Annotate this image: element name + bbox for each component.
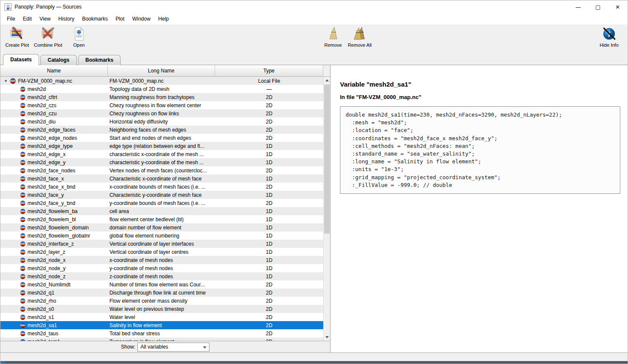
variable-sphere-icon	[20, 135, 25, 141]
variable-sphere-icon	[20, 266, 25, 271]
table-row[interactable]: mesh2d_edge_faces Neighboring faces of m…	[0, 126, 323, 134]
variable-long-name: Manning roughness from trachytopes	[108, 94, 215, 100]
close-button[interactable]: ✕	[608, 0, 628, 13]
minimize-button[interactable]: —	[568, 0, 588, 13]
column-header-long-name[interactable]: Long Name	[108, 65, 215, 76]
variable-name-label: mesh2d_czs	[27, 102, 56, 108]
menu-view[interactable]: View	[36, 14, 55, 24]
table-row[interactable]: mesh2d_taus Total bed shear stress 2D	[0, 329, 323, 337]
table-row[interactable]: mesh2d_node_x x-coordinate of mesh nodes…	[0, 256, 323, 264]
remove-all-label: Remove All	[348, 42, 372, 48]
table-row[interactable]: mesh2d_flowelem_bl flow element center b…	[0, 215, 323, 223]
variable-long-name: z-coordinate of mesh nodes	[108, 274, 215, 280]
menu-bookmarks[interactable]: Bookmarks	[78, 14, 112, 24]
code-line: :standard_name = "sea_water_salinity";	[346, 150, 615, 158]
variable-sphere-icon	[20, 152, 25, 157]
scroll-up-icon[interactable]	[324, 77, 330, 84]
table-row[interactable]: mesh2d_face_y_bnd y-coordinate bounds of…	[0, 199, 323, 207]
variable-type: 2D	[215, 322, 323, 328]
menu-file[interactable]: File	[3, 14, 19, 24]
code-line: :mesh = "mesh2d";	[346, 119, 615, 126]
toolbar: Create Plot Combine Plot	[0, 24, 628, 53]
table-row[interactable]: mesh2d_layer_z Vertical coordinate of la…	[0, 248, 323, 256]
tab-bar: Datasets Catalogs Bookmarks	[0, 53, 628, 65]
table-row[interactable]: mesh2d_flowelem_ba cell area 1D	[0, 207, 323, 215]
table-row[interactable]: mesh2d_face_y Characteristic y-coordinat…	[0, 191, 323, 199]
menu-plot[interactable]: Plot	[112, 14, 128, 24]
table-row[interactable]: mesh2d_node_z z-coordinate of mesh nodes…	[0, 272, 323, 280]
tab-catalogs[interactable]: Catalogs	[40, 55, 77, 65]
table-row[interactable]: mesh2d_face_nodes Vertex nodes of mesh f…	[0, 166, 323, 174]
menu-window[interactable]: Window	[128, 14, 155, 24]
variable-sphere-icon	[20, 103, 25, 108]
table-row[interactable]: mesh2d_rho Flow element center mass dens…	[0, 297, 323, 305]
variable-name-label: mesh2d_diu	[27, 119, 55, 125]
variable-type: 2D	[215, 111, 323, 117]
create-plot-button[interactable]: Create Plot	[1, 26, 33, 48]
variable-long-name: Vertical coordinate of layer centres	[108, 249, 215, 255]
table-row[interactable]: mesh2d_czs Chezy roughness in flow eleme…	[0, 101, 323, 109]
tree-expand-icon[interactable]: ▼	[4, 79, 10, 83]
table-row[interactable]: mesh2d_interface_z Vertical coordinate o…	[0, 240, 323, 248]
table-row[interactable]: mesh2d_s1 Water level 2D	[0, 313, 323, 321]
column-header-type[interactable]: Type	[215, 65, 323, 76]
variable-name-label: mesh2d	[27, 86, 46, 92]
variable-sphere-icon	[20, 111, 25, 116]
table-row[interactable]: mesh2d_face_x Characteristic x-coordinat…	[0, 174, 323, 183]
maximize-button[interactable]: ▢	[588, 0, 608, 13]
scroll-down-icon[interactable]	[324, 334, 330, 341]
table-row[interactable]: mesh2d_q1 Discharge through flow link at…	[0, 289, 323, 297]
menu-history[interactable]: History	[55, 14, 78, 24]
vertical-scrollbar[interactable]	[323, 77, 330, 341]
variable-sphere-icon	[20, 160, 25, 165]
scrollbar-thumb[interactable]	[324, 84, 330, 234]
table-row[interactable]: mesh2d_node_y y-coordinate of mesh nodes…	[0, 264, 323, 272]
create-plot-icon	[9, 26, 25, 42]
variable-long-name: y-coordinate bounds of mesh faces (i.e. …	[108, 200, 215, 206]
tab-bookmarks[interactable]: Bookmarks	[78, 55, 121, 65]
variable-type: 1D	[215, 192, 323, 198]
table-row[interactable]: mesh2d_Numlimdt Number of times flow ele…	[0, 280, 323, 289]
table-row[interactable]: mesh2d_face_x_bnd x-coordinate bounds of…	[0, 183, 323, 191]
variable-type: 2D	[215, 168, 323, 174]
variable-type: 1D	[215, 233, 323, 239]
table-row[interactable]: mesh2d_flowelem_globalnr global flow ele…	[0, 232, 323, 240]
variable-long-name: Start and end nodes of mesh edges	[108, 135, 215, 141]
table-row[interactable]: mesh2d_edge_nodes Start and end nodes of…	[0, 134, 323, 142]
variable-type: 1D	[215, 241, 323, 247]
code-line: :cell_methods = "mesh2d_nFaces: mean";	[346, 142, 615, 150]
table-row[interactable]: mesh2d_czu Chezy roughness on flow links…	[0, 109, 323, 117]
menu-help[interactable]: Help	[155, 14, 173, 24]
variable-name-label: mesh2d_s1	[27, 314, 54, 320]
variable-name-label: mesh2d_face_y_bnd	[27, 200, 75, 206]
variable-name-label: mesh2d_layer_z	[27, 249, 65, 255]
table-row[interactable]: mesh2d_diu Horizontal eddy diffusivity 2…	[0, 117, 323, 126]
combine-plot-button[interactable]: Combine Plot	[32, 26, 64, 48]
table-row[interactable]: mesh2d Topology data of 2D mesh —	[0, 85, 323, 93]
table-row[interactable]: mesh2d_flowelem_domain domain number of …	[0, 223, 323, 232]
scrollbar-track[interactable]	[324, 84, 330, 334]
table-row[interactable]: mesh2d_edge_y characteristic y-coordinat…	[0, 158, 323, 166]
tab-datasets[interactable]: Datasets	[3, 54, 39, 65]
table-row[interactable]: mesh2d_edge_type edge type (relation bet…	[0, 142, 323, 150]
menu-edit[interactable]: Edit	[19, 14, 36, 24]
open-button[interactable]: DATA Open	[63, 26, 95, 48]
hide-info-button[interactable]: i Hide Info	[593, 26, 625, 48]
column-header-name[interactable]: Name	[0, 65, 108, 76]
table-row[interactable]: mesh2d_tem1 Temperature in flow element …	[0, 337, 323, 341]
table-row[interactable]: mesh2d_edge_x characteristic x-coordinat…	[0, 150, 323, 158]
table-row[interactable]: mesh2d_s0 Water level on previous timest…	[0, 305, 323, 313]
variable-name-label: mesh2d_edge_y	[27, 159, 66, 165]
open-file-icon: DATA	[71, 26, 87, 42]
table-row[interactable]: mesh2d_cftrt Manning roughness from trac…	[0, 93, 323, 101]
variable-type: 2D	[215, 94, 323, 100]
table-row[interactable]: mesh2d_sa1 Salinity in flow element 2D	[0, 321, 323, 329]
show-variables-dropdown[interactable]: All variables	[137, 343, 209, 352]
code-line: double mesh2d_sa1(time=230, mesh2d_nFace…	[346, 111, 615, 119]
remove-all-button[interactable]: Remove All	[344, 26, 376, 48]
dataset-root-row[interactable]: ▼ FM-VZM_0000_map.nc FM-VZM_0000_map.nc …	[0, 77, 323, 85]
variable-sphere-icon	[20, 241, 25, 247]
code-line: :location = "face";	[346, 126, 615, 134]
variable-type: 1D	[215, 249, 323, 255]
variable-long-name: cell area	[108, 208, 215, 214]
